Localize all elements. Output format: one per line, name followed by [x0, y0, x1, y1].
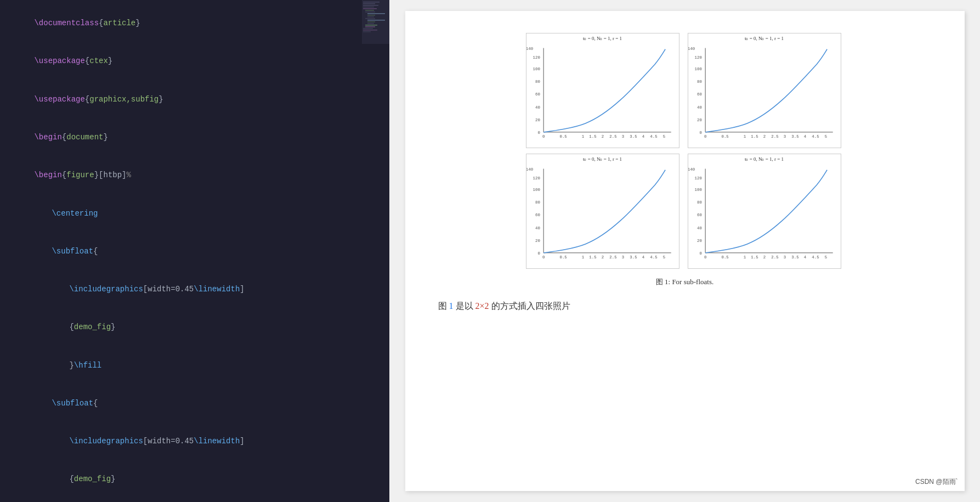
code-line-14: }\\	[7, 499, 356, 502]
svg-text:0: 0	[699, 131, 701, 135]
svg-text:1.5: 1.5	[589, 255, 596, 260]
svg-text:140: 140	[688, 47, 695, 51]
svg-text:3: 3	[783, 134, 785, 139]
svg-text:2.5: 2.5	[609, 255, 616, 260]
minimap	[362, 0, 389, 44]
subfig-3: t₀ = 0, N₀ = 1, r = 1 0 20 40 60 80 100 …	[526, 154, 679, 269]
svg-text:3.5: 3.5	[791, 134, 798, 139]
svg-text:4: 4	[642, 134, 644, 139]
svg-text:20: 20	[535, 239, 540, 243]
svg-text:1.5: 1.5	[751, 134, 758, 139]
svg-text:60: 60	[696, 92, 701, 97]
svg-text:100: 100	[694, 67, 701, 71]
math-expression: 2×2	[475, 301, 489, 311]
svg-text:3: 3	[621, 134, 624, 139]
svg-text:4: 4	[642, 255, 644, 260]
code-line-12: \includegraphics[width=0.45\linewidth]	[7, 422, 356, 460]
watermark: CSDN @陌雨`	[915, 477, 958, 487]
code-line-9: {demo_fig}	[7, 308, 356, 346]
svg-text:4.5: 4.5	[650, 134, 657, 139]
svg-text:20: 20	[696, 239, 701, 243]
svg-rect-16	[365, 26, 375, 27]
svg-text:4.5: 4.5	[812, 134, 819, 139]
svg-text:120: 120	[533, 55, 540, 60]
code-line-10: }\hfill	[7, 347, 356, 385]
svg-text:100: 100	[533, 67, 540, 71]
svg-text:2.5: 2.5	[771, 134, 778, 139]
svg-text:0.5: 0.5	[721, 255, 728, 260]
code-line-13: {demo_fig}	[7, 460, 356, 498]
svg-text:5: 5	[824, 134, 826, 139]
svg-rect-18	[363, 30, 377, 31]
svg-text:5: 5	[824, 255, 826, 260]
subfig-2: t₀ = 0, N₀ = 1, r = 1 0 20 40 60 80 100 …	[688, 33, 841, 148]
subfig-title-2: t₀ = 0, N₀ = 1, r = 1	[688, 33, 841, 41]
svg-rect-7	[365, 12, 375, 13]
svg-text:80: 80	[535, 80, 540, 84]
svg-text:2.5: 2.5	[771, 255, 778, 260]
svg-text:0.5: 0.5	[559, 255, 567, 260]
svg-text:140: 140	[526, 167, 533, 172]
svg-text:0: 0	[704, 255, 706, 260]
ref-4figs: 1	[449, 301, 454, 311]
svg-text:0.5: 0.5	[721, 134, 728, 139]
svg-text:4.5: 4.5	[812, 255, 819, 260]
svg-text:5: 5	[662, 255, 665, 260]
code-line-8: \includegraphics[width=0.45\linewidth]	[7, 270, 356, 308]
code-content: \documentclass{article} \usepackage{ctex…	[0, 0, 389, 502]
code-line-7: \subfloat{	[7, 233, 356, 270]
svg-text:40: 40	[696, 226, 701, 230]
svg-rect-2	[363, 3, 375, 4]
subfig-chart-1: 0 20 40 60 80 100 120 140 0 0.5 1 1.5 2 …	[526, 42, 679, 144]
svg-text:4: 4	[803, 255, 806, 260]
svg-text:1: 1	[581, 255, 584, 260]
svg-text:1: 1	[581, 134, 584, 139]
svg-text:0: 0	[537, 251, 540, 256]
svg-text:4.5: 4.5	[650, 255, 657, 260]
svg-rect-1	[363, 2, 379, 3]
figures-grid: t₀ = 0, N₀ = 1, r = 1 0 20 40 60 80 100 …	[526, 33, 844, 269]
document-page: t₀ = 0, N₀ = 1, r = 1 0 20 40 60 80 100 …	[405, 11, 965, 491]
subfig-title-1: t₀ = 0, N₀ = 1, r = 1	[526, 33, 679, 41]
svg-text:2: 2	[601, 255, 603, 260]
code-line-6: \centering	[7, 194, 356, 232]
svg-text:3: 3	[621, 255, 624, 260]
subfig-chart-2: 0 20 40 60 80 100 120 140 0 0.5 1 1.5 2 …	[688, 42, 841, 144]
svg-rect-15	[365, 25, 377, 26]
svg-text:0.5: 0.5	[559, 134, 567, 139]
svg-text:20: 20	[535, 118, 540, 122]
svg-text:80: 80	[535, 200, 540, 205]
svg-text:2.5: 2.5	[609, 134, 616, 139]
code-editor[interactable]: \documentclass{article} \usepackage{ctex…	[0, 0, 389, 502]
svg-text:3.5: 3.5	[630, 134, 637, 139]
svg-text:3: 3	[783, 255, 785, 260]
svg-text:0: 0	[542, 255, 544, 260]
subfig-chart-3: 0 20 40 60 80 100 120 140 0 0.5 1 1.5 2 …	[526, 163, 679, 264]
svg-text:1.5: 1.5	[751, 255, 758, 260]
svg-rect-13	[367, 21, 375, 22]
svg-text:0: 0	[542, 134, 544, 139]
code-line-5: \begin{figure}[htbp]%	[7, 156, 356, 194]
svg-text:4: 4	[803, 134, 806, 139]
svg-text:140: 140	[526, 47, 533, 51]
svg-rect-12	[367, 20, 385, 21]
svg-text:100: 100	[533, 188, 540, 192]
preview-panel: t₀ = 0, N₀ = 1, r = 1 0 20 40 60 80 100 …	[389, 0, 980, 502]
svg-rect-19	[363, 31, 371, 32]
code-line-11: \subfloat{	[7, 385, 356, 422]
svg-text:80: 80	[696, 200, 701, 205]
svg-text:100: 100	[694, 188, 701, 192]
svg-rect-3	[363, 5, 378, 6]
svg-text:140: 140	[688, 167, 695, 172]
svg-rect-9	[367, 15, 375, 16]
svg-text:2: 2	[763, 255, 765, 260]
svg-text:0: 0	[537, 131, 540, 135]
svg-text:1.5: 1.5	[589, 134, 596, 139]
svg-rect-10	[367, 16, 374, 18]
subfig-title-3: t₀ = 0, N₀ = 1, r = 1	[526, 154, 679, 162]
svg-text:0: 0	[704, 134, 706, 139]
figure-caption: 图 1: For sub-floats.	[438, 277, 932, 287]
svg-text:2: 2	[601, 134, 603, 139]
svg-text:120: 120	[533, 176, 540, 181]
svg-rect-14	[367, 23, 374, 24]
